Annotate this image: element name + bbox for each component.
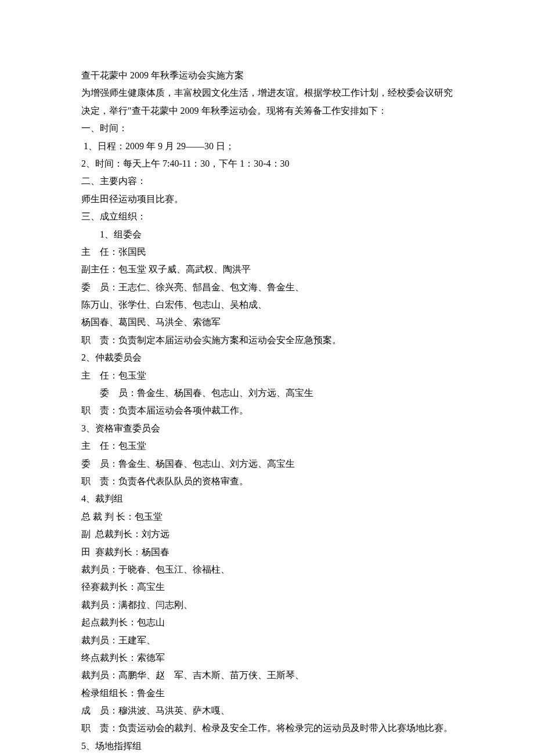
text-line: 为增强师生健康体质，丰富校园文化生活，增进友谊。根据学校工作计划，经校委会议研究… xyxy=(81,84,453,120)
text-line: 查干花蒙中 2009 年秋季运动会实施方案 xyxy=(81,67,453,84)
text-line: 副主任：包玉堂 双子威、高武权、陶洪平 xyxy=(81,261,453,278)
text-line: 检录组组长：鲁金生 xyxy=(81,685,453,702)
text-line: 主 任：张国民 xyxy=(81,243,453,261)
text-line: 1、组委会 xyxy=(81,226,453,243)
text-line: 裁判员：高鹏华、赵 军、吉木斯、苗万侠、王斯琴、 xyxy=(81,667,453,684)
text-line: 径赛裁判长：高宝生 xyxy=(81,578,453,596)
text-line: 杨国春、葛国民、马洪全、索德军 xyxy=(81,314,453,331)
text-line: 裁判员：满都拉、闫志刚、 xyxy=(81,596,453,614)
text-line: 一、时间： xyxy=(81,120,453,137)
text-line: 陈万山、张学仕、白宏伟、包志山、吴柏成、 xyxy=(81,296,453,314)
text-line: 裁判员：王建军、 xyxy=(81,632,453,649)
text-line: 裁判员：于晓春、包玉江、徐福柱、 xyxy=(81,561,453,578)
text-line: 师生田径运动项目比赛。 xyxy=(81,190,453,208)
text-line: 总 裁 判 长：包玉堂 xyxy=(81,508,453,525)
text-line: 2、时间：每天上午 7:40-11：30，下午 1：30-4：30 xyxy=(81,155,453,172)
text-line: 主 任：包玉堂 xyxy=(81,367,453,384)
text-line: 职 责：负责本届运动会各项仲裁工作。 xyxy=(81,402,453,419)
document-page: 查干花蒙中 2009 年秋季运动会实施方案为增强师生健康体质，丰富校园文化生活，… xyxy=(0,0,534,756)
text-line: 主 任：包玉堂 xyxy=(81,437,453,455)
text-line: 终点裁判长：索德军 xyxy=(81,649,453,667)
text-line: 二、主要内容： xyxy=(81,172,453,190)
text-line: 职 责：负责运动会的裁判、检录及安全工作。将检录完的运动员及时带入比赛场地比赛。 xyxy=(81,719,453,737)
text-line: 4、裁判组 xyxy=(81,490,453,507)
text-line: 职 责：负责制定本届运动会实施方案和运动会安全应急预案。 xyxy=(81,332,453,349)
text-line: 职 责：负责各代表队队员的资格审查。 xyxy=(81,473,453,490)
text-line: 副 总裁判长：刘方远 xyxy=(81,525,453,543)
text-line: 委 员：鲁金生、杨国春、包志山、刘方远、高宝生 xyxy=(81,455,453,473)
text-line: 起点裁判长：包志山 xyxy=(81,614,453,631)
text-line: 成 员：穆洪波、马洪英、萨木嘎、 xyxy=(81,702,453,719)
text-line: 1、日程：2009 年 9 月 29——30 日； xyxy=(81,138,453,155)
text-line: 委 员：鲁金生、杨国春、包志山、刘方远、高宝生 xyxy=(81,384,453,402)
text-line: 5、场地指挥组 xyxy=(81,737,453,755)
text-line: 2、仲裁委员会 xyxy=(81,349,453,366)
text-line: 3、资格审查委员会 xyxy=(81,420,453,437)
text-line: 田 赛裁判长：杨国春 xyxy=(81,543,453,561)
text-line: 委 员：王志仁、徐兴亮、郜昌金、包文海、鲁金生、 xyxy=(81,279,453,296)
text-line: 三、成立组织： xyxy=(81,208,453,225)
